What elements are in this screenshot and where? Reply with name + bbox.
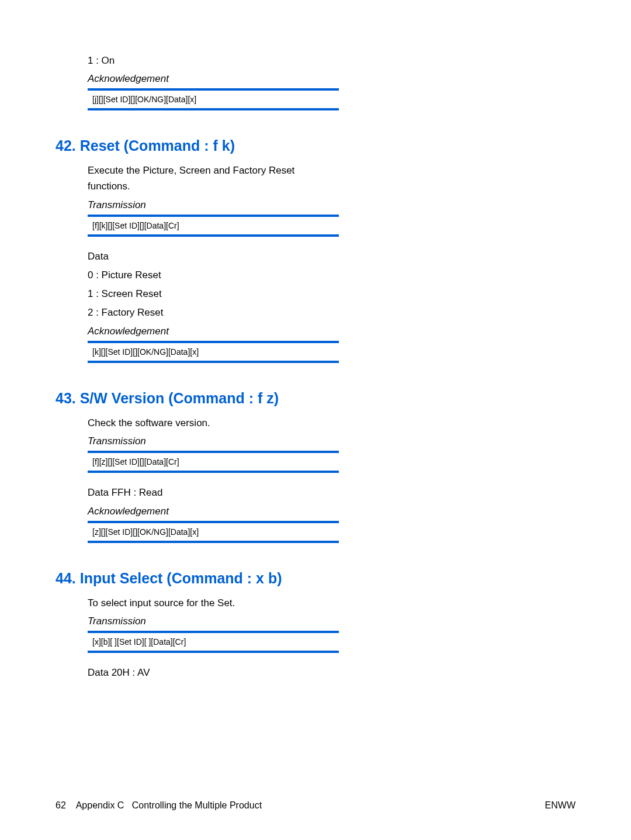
section-42-body: Execute the Picture, Screen and Factory … xyxy=(88,163,339,362)
page-footer: 62 Appendix C Controlling the Multiple P… xyxy=(56,800,575,811)
heading-42: 42. Reset (Command : f k) xyxy=(56,137,575,154)
trans-code-43: [f][z][][Set ID][][Data][Cr] xyxy=(88,451,339,473)
ack-code-42: [k][][Set ID][][OK/NG][Data][x] xyxy=(88,341,339,363)
ack-code-box: [j][][Set ID][][OK/NG][Data][x] xyxy=(88,88,339,110)
heading-44: 44. Input Select (Command : x b) xyxy=(56,570,575,587)
data-0-42: 0 : Picture Reset xyxy=(88,269,339,281)
top-block: 1 : On Acknowledgement [j][][Set ID][][O… xyxy=(88,53,339,110)
heading-43: 43. S/W Version (Command : f z) xyxy=(56,390,575,407)
ack-label-43: Acknowledgement xyxy=(88,506,339,517)
ack-label-42: Acknowledgement xyxy=(88,326,339,337)
data-1-42: 1 : Screen Reset xyxy=(88,288,339,300)
desc-42: Execute the Picture, Screen and Factory … xyxy=(88,163,339,194)
footer-left: 62 Appendix C Controlling the Multiple P… xyxy=(56,800,262,811)
page-body: 1 : On Acknowledgement [j][][Set ID][][O… xyxy=(0,0,631,840)
ack-label: Acknowledgement xyxy=(88,73,339,85)
data-list-42: Data 0 : Picture Reset 1 : Screen Reset … xyxy=(88,251,339,319)
section-43-body: Check the software version. Transmission… xyxy=(88,415,339,543)
data-line-44: Data 20H : AV xyxy=(88,667,339,679)
trans-code-42: [f][k][][Set ID][][Data][Cr] xyxy=(88,215,339,237)
trans-label-42: Transmission xyxy=(88,199,339,211)
footer-right: ENWW xyxy=(545,800,575,811)
data-line-43: Data FFH : Read xyxy=(88,487,339,499)
trans-label-44: Transmission xyxy=(88,616,339,627)
data-2-42: 2 : Factory Reset xyxy=(88,307,339,319)
section-44-body: To select input source for the Set. Tran… xyxy=(88,595,339,679)
desc-44: To select input source for the Set. xyxy=(88,595,339,611)
data-list-43: Data FFH : Read xyxy=(88,487,339,499)
data-label-42: Data xyxy=(88,251,339,262)
on-text: 1 : On xyxy=(88,53,339,68)
trans-label-43: Transmission xyxy=(88,435,339,447)
ack-code-43: [z][][Set ID][][OK/NG][Data][x] xyxy=(88,521,339,543)
trans-code-44: [x][b][ ][Set ID][ ][Data][Cr] xyxy=(88,631,339,653)
desc-43: Check the software version. xyxy=(88,415,339,431)
data-list-44: Data 20H : AV xyxy=(88,667,339,679)
